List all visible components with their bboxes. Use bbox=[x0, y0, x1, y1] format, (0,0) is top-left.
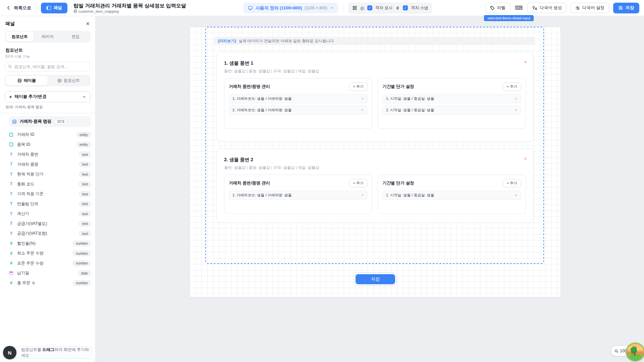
card-close-icon[interactable]: ✕ bbox=[524, 60, 527, 65]
field-item[interactable]: #표준 주문 수량number bbox=[9, 258, 91, 268]
chevron-down-icon bbox=[82, 95, 86, 99]
remove-item-icon[interactable]: ✕ bbox=[515, 193, 518, 197]
add-item-button[interactable]: + 추가 bbox=[349, 179, 368, 187]
component-search[interactable] bbox=[5, 62, 91, 71]
editor-stage[interactable]: [미리보기] 실제 데이터가 전달되면 아래와 같은 형태로 표시됩니다 ✕1.… bbox=[96, 16, 644, 362]
form-save-button[interactable]: 저장 bbox=[356, 274, 395, 284]
add-item-button[interactable]: + 추가 bbox=[503, 179, 521, 187]
panel-toggle-button[interactable]: 패널 bbox=[41, 3, 67, 13]
tab-edit[interactable]: 편집 bbox=[62, 32, 90, 42]
translate-icon bbox=[532, 6, 537, 10]
field-item[interactable]: T거래처 품명text bbox=[9, 160, 91, 170]
field-label: 가격 적용 기준 bbox=[17, 191, 44, 197]
text-type-icon: T bbox=[9, 212, 14, 216]
text-type-icon: T bbox=[9, 152, 14, 157]
components-count: 83개 사용 가능 bbox=[5, 54, 90, 59]
field-type-badge: text bbox=[79, 181, 91, 187]
tab-components[interactable]: 컴포넌트 bbox=[6, 32, 34, 42]
list-item: 1. 거래처코드: 샘플 / 거래처명: 샘플✕ bbox=[229, 191, 368, 200]
field-type-badge: text bbox=[79, 211, 91, 217]
tab-layers[interactable]: 레이어 bbox=[34, 32, 61, 42]
field-type-badge: text bbox=[79, 221, 91, 227]
number-type-icon: # bbox=[9, 281, 14, 285]
search-icon bbox=[8, 64, 12, 69]
back-arrow-icon bbox=[6, 5, 11, 10]
remove-item-icon[interactable]: ✕ bbox=[361, 97, 364, 101]
field-item[interactable]: T계산기text bbox=[9, 209, 91, 219]
field-label: 할인율(%) bbox=[17, 241, 36, 246]
source-tab-tables[interactable]: 테이블 bbox=[6, 76, 48, 85]
grid-show-checkbox[interactable]: ✓ bbox=[367, 5, 372, 10]
field-item[interactable]: T반올림 단위text bbox=[9, 199, 91, 209]
magnifier-icon bbox=[614, 349, 618, 353]
card-close-icon[interactable]: ✕ bbox=[524, 156, 527, 161]
field-item[interactable]: T공급가(VAT포함)text bbox=[9, 229, 91, 239]
island-badge bbox=[626, 343, 644, 361]
inner-panel-title: 기간별 단가 설정 bbox=[382, 84, 414, 89]
remove-item-icon[interactable]: ✕ bbox=[515, 108, 518, 112]
field-label: 거래처 품명 bbox=[17, 162, 38, 167]
cube-icon bbox=[57, 78, 62, 83]
text-type-icon: T bbox=[9, 162, 14, 167]
viewport-selector[interactable]: 사용자 정의 (1100×800) (1100 × 800) bbox=[243, 3, 338, 13]
current-table-label: 현재: 거래처-품목 맵핑 bbox=[5, 105, 90, 110]
field-item[interactable]: T통화 코드text bbox=[9, 179, 91, 189]
field-item[interactable]: 납기일date bbox=[9, 268, 91, 278]
field-label: 계산기 bbox=[17, 211, 29, 217]
design-canvas[interactable]: [미리보기] 실제 데이터가 전달되면 아래와 같은 형태로 표시됩니다 ✕1.… bbox=[190, 27, 560, 297]
text-type-icon: T bbox=[9, 201, 14, 206]
add-item-button[interactable]: + 추가 bbox=[349, 82, 368, 91]
field-item[interactable]: 거래처 IDentity bbox=[9, 130, 91, 140]
remove-item-icon[interactable]: ✕ bbox=[361, 193, 364, 197]
remove-item-icon[interactable]: ✕ bbox=[361, 108, 364, 112]
database-icon bbox=[73, 9, 77, 13]
field-type-badge: text bbox=[79, 171, 91, 177]
field-label: 거래처 품번 bbox=[17, 152, 38, 157]
inner-panel: 기간별 단가 설정+ 추가1. 시작일: 샘플 / 종료일: 샘플✕2. 시작일… bbox=[378, 78, 526, 129]
field-item[interactable]: T공급가(VAT별도)text bbox=[9, 219, 91, 229]
database-icon bbox=[12, 119, 17, 124]
remove-item-icon[interactable]: ✕ bbox=[515, 97, 518, 101]
field-label: 표준 주문 수량 bbox=[17, 260, 44, 266]
text-type-icon: T bbox=[9, 192, 14, 196]
components-section-title: 컴포넌트 bbox=[5, 47, 90, 53]
back-button[interactable]: 목록으로 bbox=[5, 3, 33, 13]
add-table-button[interactable]: + 테이블 추가/변경 bbox=[5, 91, 91, 102]
field-type-badge: number bbox=[72, 280, 91, 286]
field-item[interactable]: T거래처 품번text bbox=[9, 149, 91, 160]
field-type-badge: number bbox=[72, 250, 91, 256]
field-item[interactable]: #최소 주문 수량number bbox=[9, 248, 91, 258]
field-label: 총 주문 수 bbox=[17, 280, 36, 286]
number-type-icon: # bbox=[9, 251, 14, 256]
cards-container: ✕1. 샘플 품번 1품번: 샘플값 | 품명: 샘플값 | 규격: 샘플값 |… bbox=[216, 52, 534, 223]
divider bbox=[0, 113, 95, 113]
close-icon[interactable]: ✕ bbox=[86, 21, 90, 27]
number-type-icon: # bbox=[9, 241, 14, 246]
field-label: 납기일 bbox=[17, 270, 29, 276]
field-item[interactable]: #할인율(%)number bbox=[9, 239, 91, 249]
card-title: 1. 샘플 품번 1 bbox=[224, 60, 526, 66]
panel-title: 패널 bbox=[5, 21, 15, 27]
table-group-header[interactable]: 거래처-품목 맵핑 32개 bbox=[9, 116, 91, 127]
save-button[interactable]: 저장 bbox=[613, 3, 639, 13]
keyboard-shortcuts-icon[interactable]: ⌨ bbox=[514, 4, 523, 12]
field-item[interactable]: T현재 적용 단가text bbox=[9, 169, 91, 179]
inner-panel-title: 거래처 품번/품명 관리 bbox=[229, 84, 270, 89]
top-toolbar: 목록으로 패널 탑씰 거래처관리 거래처별 품목 상세정보 입력모달 custo… bbox=[0, 0, 644, 16]
add-item-button[interactable]: + 추가 bbox=[503, 82, 521, 91]
grid-icon bbox=[352, 5, 357, 10]
i18n-settings-button[interactable]: 다국어 설정 bbox=[571, 3, 609, 13]
field-item[interactable]: #총 주문 수number bbox=[9, 278, 91, 288]
field-type-badge: entity bbox=[76, 142, 91, 147]
preview-card: ✕2. 샘플 품번 2품번: 샘플값 | 품명: 샘플값 | 규격: 샘플값 |… bbox=[216, 148, 534, 223]
item-text: 2. 거래처코드: 샘플 / 거래처명: 샘플 bbox=[232, 108, 292, 113]
label-button[interactable]: 라벨 bbox=[485, 3, 510, 13]
source-tab-components[interactable]: 컴포넌트 bbox=[48, 76, 90, 85]
search-input[interactable] bbox=[14, 64, 87, 69]
i18n-generate-button[interactable]: 다국어 생성 bbox=[527, 3, 567, 13]
field-type-badge: number bbox=[72, 260, 91, 266]
field-item[interactable]: T가격 적용 기준text bbox=[9, 189, 91, 199]
grid-snap-checkbox[interactable]: ✓ bbox=[403, 5, 408, 10]
field-item[interactable]: 품목 IDentity bbox=[9, 140, 91, 150]
selection-label: selected-items-detail-input bbox=[484, 15, 534, 21]
